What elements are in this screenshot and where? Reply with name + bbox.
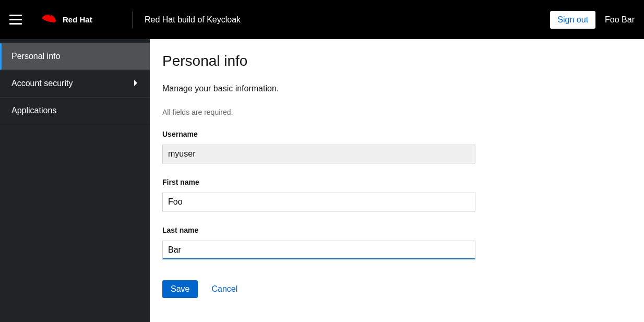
sidebar-item-label: Personal info bbox=[11, 52, 60, 61]
current-user-name[interactable]: Foo Bar bbox=[605, 15, 635, 25]
cancel-button[interactable]: Cancel bbox=[211, 284, 237, 294]
hamburger-menu-button[interactable] bbox=[9, 11, 27, 29]
username-label: Username bbox=[162, 130, 475, 138]
redhat-logo-icon: Red Hat bbox=[38, 10, 121, 30]
first-name-input[interactable] bbox=[162, 193, 475, 211]
sidebar-nav: Personal info Account security Applicati… bbox=[0, 39, 150, 322]
sidebar-item-applications[interactable]: Applications bbox=[0, 97, 150, 124]
brand-logo: Red Hat bbox=[38, 10, 121, 30]
form-actions: Save Cancel bbox=[162, 280, 631, 298]
app-header: Red Hat Red Hat build of Keycloak Sign o… bbox=[0, 0, 644, 39]
svg-point-0 bbox=[50, 15, 51, 16]
svg-text:Red Hat: Red Hat bbox=[63, 15, 92, 24]
header-separator bbox=[133, 11, 133, 28]
sign-out-button[interactable]: Sign out bbox=[550, 11, 595, 29]
required-fields-note: All fields are required. bbox=[162, 108, 631, 116]
sidebar-item-label: Applications bbox=[11, 106, 56, 115]
page-title: Personal info bbox=[162, 53, 631, 69]
form-group-username: Username bbox=[162, 130, 475, 163]
sidebar-item-label: Account security bbox=[11, 79, 73, 88]
username-input bbox=[162, 145, 475, 163]
form-group-last-name: Last name bbox=[162, 226, 475, 259]
sidebar-item-personal-info[interactable]: Personal info bbox=[0, 43, 150, 70]
chevron-right-icon bbox=[133, 79, 138, 88]
form-group-first-name: First name bbox=[162, 178, 475, 211]
last-name-label: Last name bbox=[162, 226, 475, 234]
first-name-label: First name bbox=[162, 178, 475, 186]
save-button[interactable]: Save bbox=[162, 280, 198, 298]
last-name-input[interactable] bbox=[162, 241, 475, 259]
main-content: Personal info Manage your basic informat… bbox=[150, 39, 644, 322]
page-subtitle: Manage your basic information. bbox=[162, 84, 631, 93]
app-title: Red Hat build of Keycloak bbox=[145, 15, 241, 25]
sidebar-item-account-security[interactable]: Account security bbox=[0, 70, 150, 97]
